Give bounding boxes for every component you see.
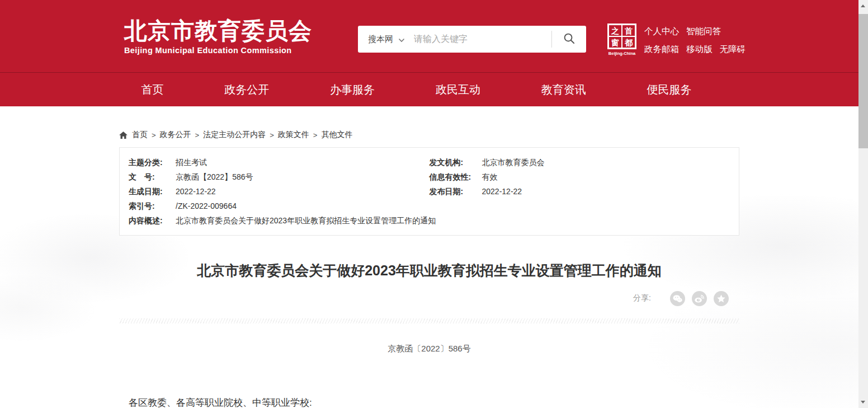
capital-logo-cell: 都: [622, 37, 635, 48]
weibo-share-icon[interactable]: [692, 291, 707, 306]
search-scope-select[interactable]: 搜本网: [358, 34, 405, 45]
document-meta-panel: 主题分类:招生考试 文 号:京教函【2022】586号 生成日期:2022-12…: [119, 147, 739, 236]
meta-row-issuing-agency: 发文机构:北京市教育委员会: [430, 155, 730, 170]
capital-logo-caption: Beijing-China: [607, 51, 636, 56]
meta-value: 有效: [482, 172, 498, 181]
article-title: 北京市教育委员会关于做好2023年职业教育拟招生专业设置管理工作的通知: [119, 261, 739, 279]
breadcrumb-item-policy-documents[interactable]: 政策文件: [278, 130, 309, 140]
capital-logo-cell: 首: [622, 25, 635, 36]
meta-row-content-summary: 内容概述:北京市教育委员会关于做好2023年职业教育拟招生专业设置管理工作的通知: [129, 213, 430, 228]
nav-item-interaction[interactable]: 政民互动: [436, 82, 480, 97]
link-mobile-version[interactable]: 移动版: [686, 44, 713, 55]
capital-window-logo[interactable]: 之 首 窗 都 Beijing-China: [607, 24, 636, 56]
link-accessibility[interactable]: 无障碍: [720, 44, 746, 55]
nav-item-gov-affairs[interactable]: 政务公开: [224, 82, 269, 97]
meta-value: 招生考试: [176, 158, 207, 167]
meta-row-doc-number: 文 号:京教函【2022】586号: [129, 170, 430, 184]
nav-item-home[interactable]: 首页: [141, 82, 163, 97]
link-gov-mailbox[interactable]: 政务邮箱: [644, 44, 679, 55]
share-row: 分享:: [119, 290, 739, 306]
content-area: 首页 > 政务公开 > 法定主动公开内容 > 政策文件 > 其他文件 主题分类:…: [119, 130, 739, 408]
link-smart-qa[interactable]: 智能问答: [686, 26, 721, 37]
link-personal-center[interactable]: 个人中心: [644, 26, 679, 37]
search-scope-label: 搜本网: [368, 34, 393, 45]
search-button[interactable]: [552, 26, 586, 53]
meta-value: 京教函【2022】586号: [176, 172, 253, 181]
meta-label: 内容概述:: [129, 213, 168, 228]
meta-value: /ZK-2022-009664: [176, 201, 237, 210]
meta-value: 2022-12-22: [176, 187, 216, 196]
scrollbar-up-arrow-icon[interactable]: [861, 4, 865, 7]
scrollbar[interactable]: [858, 0, 868, 408]
document-number: 京教函〔2022〕586号: [119, 343, 739, 354]
wechat-share-icon[interactable]: [670, 291, 685, 306]
search-icon: [563, 32, 575, 46]
site-logo[interactable]: 北京市教育委员会 Beijing Municipal Education Com…: [124, 17, 312, 55]
nav-item-services[interactable]: 办事服务: [330, 82, 375, 97]
breadcrumb: 首页 > 政务公开 > 法定主动公开内容 > 政策文件 > 其他文件: [119, 130, 739, 140]
article-salutation: 各区教委、各高等职业院校、中等职业学校:: [119, 396, 739, 408]
chevron-down-icon: [398, 35, 405, 44]
breadcrumb-separator: >: [313, 131, 318, 139]
meta-row-creation-date: 生成日期:2022-12-22: [129, 184, 430, 199]
capital-window-logo-grid: 之 首 窗 都: [607, 24, 636, 49]
nav-item-convenience[interactable]: 便民服务: [647, 82, 692, 97]
breadcrumb-separator: >: [195, 131, 200, 139]
breadcrumb-item-statutory-disclosure[interactable]: 法定主动公开内容: [203, 130, 266, 140]
meta-label: 主题分类:: [129, 155, 168, 170]
breadcrumb-separator: >: [152, 131, 156, 139]
meta-row-publish-date: 发布日期:2022-12-22: [430, 184, 730, 199]
breadcrumb-separator: >: [270, 131, 274, 139]
meta-label: 文 号:: [129, 170, 168, 184]
meta-label: 信息有效性:: [430, 170, 477, 184]
meta-value: 2022-12-22: [482, 187, 522, 196]
breadcrumb-item-other-documents[interactable]: 其他文件: [321, 130, 352, 140]
meta-row-index-number: 索引号:/ZK-2022-009664: [129, 199, 430, 213]
site-search: 搜本网: [358, 26, 586, 53]
breadcrumb-item-gov-affairs[interactable]: 政务公开: [160, 130, 191, 140]
main-nav: 首页 政务公开 办事服务 政民互动 教育资讯 便民服务: [0, 73, 858, 106]
hatched-divider: [119, 318, 739, 323]
home-icon[interactable]: [119, 132, 128, 139]
meta-value: 北京市教育委员会关于做好2023年职业教育拟招生专业设置管理工作的通知: [176, 216, 436, 225]
header-quick-links: 个人中心 智能问答 政务邮箱 移动版 无障碍: [644, 26, 746, 62]
breadcrumb-item-home[interactable]: 首页: [132, 130, 148, 140]
meta-row-validity: 信息有效性:有效: [430, 170, 730, 184]
site-title-english: Beijing Municipal Education Commission: [124, 46, 312, 55]
meta-label: 生成日期:: [129, 184, 168, 199]
scrollbar-down-arrow-icon[interactable]: [861, 401, 865, 404]
page: 北京市教育委员会 Beijing Municipal Education Com…: [0, 0, 858, 408]
scrollbar-thumb[interactable]: [858, 14, 868, 148]
site-header: 北京市教育委员会 Beijing Municipal Education Com…: [0, 0, 858, 73]
meta-value: 北京市教育委员会: [482, 158, 545, 167]
capital-logo-cell: 窗: [609, 37, 621, 48]
share-label: 分享:: [633, 293, 651, 303]
capital-logo-cell: 之: [609, 25, 621, 36]
meta-label: 发布日期:: [430, 184, 477, 199]
meta-label: 索引号:: [129, 199, 168, 213]
meta-label: 发文机构:: [430, 155, 477, 170]
site-title: 北京市教育委员会: [124, 17, 312, 45]
search-input[interactable]: [414, 34, 551, 44]
qzone-share-icon[interactable]: [714, 291, 729, 306]
meta-row-topic-category: 主题分类:招生考试: [129, 155, 430, 170]
nav-item-education-news[interactable]: 教育资讯: [541, 82, 586, 97]
